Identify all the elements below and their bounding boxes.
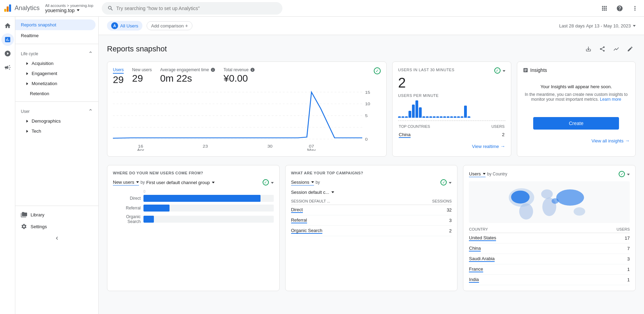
- compare-icon: [613, 46, 619, 52]
- metric-new-users: New users 29: [132, 67, 152, 84]
- all-users-chip[interactable]: A All Users: [107, 21, 142, 31]
- mini-bar: [412, 105, 415, 118]
- new-users-check-row: ✓: [263, 179, 274, 185]
- country-col-header: COUNTRY: [469, 226, 577, 233]
- page-content: Reports snapshot: [99, 35, 644, 299]
- nav-divider-1: [15, 44, 98, 44]
- view-realtime-link[interactable]: View realtime →: [398, 143, 505, 149]
- create-insights-button[interactable]: Create: [533, 117, 619, 130]
- lifecycle-collapse-icon: ⌃: [88, 50, 93, 57]
- svg-text:May: May: [307, 148, 316, 151]
- hbar-label-referral: Referral: [113, 206, 141, 210]
- reports-icon: [4, 36, 11, 43]
- nav-tech[interactable]: Tech: [15, 126, 96, 136]
- add-comparison-button[interactable]: Add comparison +: [147, 21, 192, 30]
- table-row: Referral 3: [291, 215, 452, 226]
- sessions-filter-chip[interactable]: Sessions: [291, 180, 314, 185]
- export-button[interactable]: [583, 43, 594, 55]
- edit-button[interactable]: [625, 43, 636, 55]
- all-users-avatar: A: [111, 22, 118, 29]
- learn-more-link[interactable]: Learn more: [600, 97, 621, 102]
- metric-engagement-label: Average engagement time: [160, 67, 215, 72]
- nav-realtime[interactable]: Realtime: [15, 30, 96, 41]
- metric-users: Users 29: [113, 67, 124, 85]
- svg-point-23: [556, 189, 584, 206]
- view-all-insights-link[interactable]: View all insights →: [523, 138, 630, 143]
- insights-card: Insights Your Insights will appear here …: [517, 61, 636, 157]
- svg-point-24: [511, 191, 530, 204]
- mini-bars-chart: [398, 100, 505, 118]
- users-map-filter-chip[interactable]: Users: [469, 171, 486, 177]
- app-name: Analytics: [15, 5, 40, 12]
- tech-chevron: [26, 130, 28, 133]
- session-default-chip[interactable]: Session default c...: [291, 190, 334, 195]
- compare-button[interactable]: [611, 43, 622, 55]
- countries-table: TOP COUNTRIES USERS China 2: [398, 122, 505, 139]
- country-us: United States: [469, 233, 577, 243]
- nav-acquisition[interactable]: Acquisition: [15, 58, 96, 68]
- mini-bar: [422, 116, 425, 118]
- country-dropdown-btn[interactable]: [626, 171, 630, 177]
- mini-bar: [461, 116, 463, 118]
- horizontal-bar-chart: 0 Direct: [113, 190, 274, 224]
- search-input[interactable]: [116, 6, 277, 11]
- left-nav: Reports snapshot Realtime Life cycle ⌃ A…: [15, 17, 99, 314]
- view-realtime-arrow: →: [501, 143, 505, 149]
- new-users-dropdown-btn[interactable]: [270, 180, 274, 185]
- apps-button[interactable]: [598, 2, 611, 15]
- metric-revenue: Total revenue ¥0.00: [224, 67, 255, 84]
- nav-lifecycle-header[interactable]: Life cycle ⌃: [15, 47, 98, 58]
- campaigns-filter-group: Sessions by: [291, 180, 320, 185]
- user-collapse-icon: ⌃: [88, 108, 93, 115]
- table-row: India 1: [469, 275, 630, 285]
- session-default-chevron: [331, 191, 334, 193]
- monetization-chevron: [26, 82, 28, 85]
- campaigns-dropdown-btn[interactable]: [448, 180, 452, 185]
- nav-library[interactable]: Library: [15, 209, 98, 221]
- svg-rect-0: [4, 9, 6, 11]
- nav-monetization[interactable]: Monetization: [15, 78, 96, 89]
- stats-check: ✓: [374, 67, 381, 74]
- new-users-filter-chevron: [136, 181, 139, 183]
- more-menu-button[interactable]: [629, 2, 641, 15]
- page-title: Reports snapshot: [107, 44, 167, 53]
- account-name[interactable]: youerning.top: [45, 8, 93, 13]
- top-nav: Analytics All accounts > youerning.top y…: [0, 0, 644, 17]
- first-channel-chip[interactable]: First user default channel group: [146, 180, 215, 185]
- session-default-row: Session default c...: [291, 190, 452, 195]
- search-bar[interactable]: [102, 2, 282, 15]
- home-icon: [4, 22, 11, 29]
- top-cards-row: Users 29 New users 29 Average engagement…: [107, 61, 636, 157]
- svg-point-20: [519, 203, 533, 220]
- all-users-label: All Users: [120, 23, 138, 28]
- nav-engagement[interactable]: Engagement: [15, 68, 96, 78]
- nav-retention[interactable]: Retention: [15, 89, 96, 99]
- date-range-picker[interactable]: Last 28 days Apr 13 - May 10, 2023: [559, 23, 636, 28]
- campaigns-filter-row: Sessions by ✓: [291, 179, 452, 185]
- mini-bar: [398, 116, 401, 118]
- nav-demographics[interactable]: Demographics: [15, 116, 96, 126]
- hbar-tick-row: 0: [143, 190, 274, 193]
- new-users-filter-chip[interactable]: New users: [113, 180, 139, 185]
- nav-user-header[interactable]: User ⌃: [15, 105, 98, 116]
- realtime-dropdown-btn[interactable]: [502, 68, 505, 73]
- sidebar-advertising-btn[interactable]: [1, 61, 14, 74]
- collapse-button[interactable]: [15, 232, 98, 244]
- nav-reports-snapshot[interactable]: Reports snapshot: [15, 19, 96, 30]
- sidebar-reports-btn[interactable]: [1, 33, 14, 46]
- users-col-header: USERS: [577, 226, 630, 233]
- hbar-track-direct: [143, 195, 274, 202]
- new-users-filter-group: New users by First user default channel …: [113, 180, 215, 185]
- table-row: France 1: [469, 264, 630, 275]
- campaign-name-organic: Organic Search: [291, 226, 398, 236]
- sidebar-explore-btn[interactable]: [1, 47, 14, 60]
- sidebar-home-btn[interactable]: [1, 19, 14, 32]
- account-info[interactable]: All accounts > youerning.top youerning.t…: [45, 3, 93, 13]
- help-button[interactable]: [613, 2, 626, 15]
- nav-settings[interactable]: Settings: [15, 221, 98, 232]
- insights-icon: [523, 67, 528, 73]
- share-button[interactable]: [597, 43, 608, 55]
- green-check-circle: ✓: [374, 67, 381, 74]
- new-users-title: WHERE DO YOUR NEW USERS COME FROM?: [113, 171, 274, 175]
- account-breadcrumb: All accounts > youerning.top: [45, 3, 93, 8]
